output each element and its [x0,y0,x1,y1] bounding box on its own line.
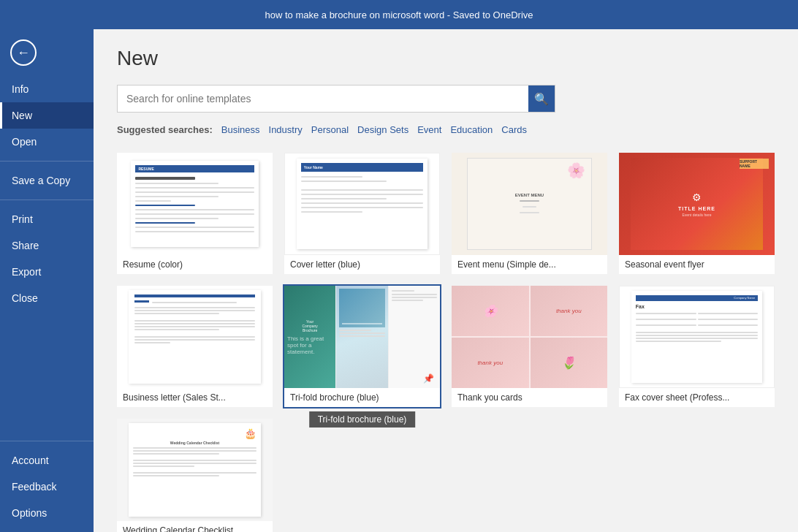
page-title: New [117,47,775,70]
sidebar-item-export[interactable]: Export [0,259,94,285]
template-card-wrapper-brochure: YourCompanyBrochure This is a great spot… [284,286,440,407]
search-button[interactable]: 🔍 [528,86,555,112]
sidebar-item-save-copy[interactable]: Save a Copy [0,167,94,194]
title-bar-text: how to make a brochure on microsoft word… [265,10,533,20]
template-thumb-fax: Company Name Fax [619,286,775,388]
title-bar: how to make a brochure on microsoft word… [0,0,798,29]
template-name-business: Business letter (Sales St... [117,388,273,407]
sidebar: ← Info New Open Save a Copy Print Share [0,29,94,532]
sidebar-item-print[interactable]: Print [0,206,94,232]
sidebar-item-share[interactable]: Share [0,232,94,259]
suggested-link-education[interactable]: Education [450,124,493,135]
search-bar: 🔍 [117,85,555,113]
suggested-link-industry[interactable]: Industry [269,124,303,135]
template-name-thankyou: Thank you cards [452,388,607,407]
suggested-link-cards[interactable]: Cards [501,124,527,135]
resume-preview: RESUME [131,161,258,248]
sidebar-divider-bottom [0,441,94,441]
suggested-link-design-sets[interactable]: Design Sets [357,124,408,135]
sidebar-item-open[interactable]: Open [0,129,94,155]
suggested-link-business[interactable]: Business [221,124,260,135]
template-name-fax: Fax cover sheet (Profess... [619,388,775,407]
suggested-link-event[interactable]: Event [417,124,441,135]
sidebar-item-new[interactable]: New [0,102,94,129]
template-thumb-business [117,286,273,388]
event-flower-icon: 🌸 [567,162,585,179]
template-card-brochure[interactable]: YourCompanyBrochure This is a great spot… [284,286,440,407]
template-card-event[interactable]: 🌸 EVENT MENU Event menu (Simple de... [452,153,607,274]
template-card-business[interactable]: Business letter (Sales St... [117,286,273,407]
template-thumb-event: 🌸 EVENT MENU [452,153,607,255]
flyer-preview: ⚙ TITLE HERE SUPPORT NAME Event details … [631,158,763,250]
wedding-preview: 🎂 Wedding Calendar Checklist [129,423,261,517]
template-name-brochure: Tri-fold brochure (blue) [284,388,440,407]
main-content: New 🔍 Suggested searches: Business Indus… [94,29,798,532]
template-thumb-thankyou: 🌸 thank you thank you 🌷 [452,286,607,388]
template-name-seasonal: Seasonal event flyer [619,255,775,274]
template-name-event: Event menu (Simple de... [452,255,607,274]
search-input[interactable] [118,87,528,110]
sidebar-divider-2 [0,200,94,200]
brochure-preview: YourCompanyBrochure This is a great spot… [284,286,440,388]
template-thumb-brochure: YourCompanyBrochure This is a great spot… [284,286,440,388]
template-card-wrapper-event: 🌸 EVENT MENU Event menu (Simple de... [452,153,607,274]
template-card-wrapper-seasonal: ⚙ TITLE HERE SUPPORT NAME Event details … [619,153,775,274]
template-thumb-resume: RESUME [117,153,273,255]
suggested-searches: Suggested searches: Business Industry Pe… [117,124,775,135]
template-thumb-seasonal: ⚙ TITLE HERE SUPPORT NAME Event details … [619,153,775,255]
template-card-cover[interactable]: Your Name Cover [284,153,440,274]
template-card-fax[interactable]: Company Name Fax [619,286,775,407]
sidebar-nav: Info New Open Save a Copy Print Share Ex… [0,76,94,435]
template-card-wrapper-fax: Company Name Fax [619,286,775,407]
templates-grid: RESUME [117,153,775,532]
sidebar-item-info[interactable]: Info [0,76,94,102]
thankyou-preview: 🌸 thank you thank you 🌷 [452,286,607,388]
template-card-wrapper-thankyou: 🌸 thank you thank you 🌷 Thank you cards [452,286,607,407]
template-thumb-cover: Your Name [284,153,440,255]
fax-preview: Company Name Fax [631,291,762,384]
template-card-wrapper-wedding: 🎂 Wedding Calendar Checklist [117,419,273,532]
template-card-thankyou[interactable]: 🌸 thank you thank you 🌷 Thank you cards [452,286,607,407]
suggested-label: Suggested searches: [117,124,213,135]
event-preview: 🌸 EVENT MENU [467,158,591,250]
sidebar-bottom: Account Feedback Options [0,435,94,532]
template-name-wedding: Wedding Calendar Checklist [117,521,273,532]
sidebar-divider-1 [0,161,94,162]
template-thumb-wedding: 🎂 Wedding Calendar Checklist [117,419,273,521]
template-card-seasonal[interactable]: ⚙ TITLE HERE SUPPORT NAME Event details … [619,153,775,274]
resume-header-bar: RESUME [135,165,254,172]
template-card-wrapper-resume: RESUME [117,153,273,274]
sidebar-item-options[interactable]: Options [0,500,94,526]
template-card-wrapper-cover: Your Name Cover [284,153,440,274]
brochure-tooltip: Tri-fold brochure (blue) [309,411,416,428]
template-name-cover: Cover letter (blue) [284,255,440,274]
sidebar-item-account[interactable]: Account [0,447,94,474]
back-button[interactable]: ← [6,35,41,70]
template-card-wedding[interactable]: 🎂 Wedding Calendar Checklist [117,419,273,532]
template-name-resume: Resume (color) [117,255,273,274]
pin-icon: 📌 [423,373,434,384]
template-card-wrapper-business: Business letter (Sales St... [117,286,273,407]
sidebar-item-feedback[interactable]: Feedback [0,474,94,500]
sidebar-item-close[interactable]: Close [0,285,94,311]
cover-preview: Your Name [297,159,428,249]
back-circle-icon: ← [10,39,37,66]
business-preview [129,290,261,384]
template-card-resume[interactable]: RESUME [117,153,273,274]
suggested-link-personal[interactable]: Personal [311,124,349,135]
